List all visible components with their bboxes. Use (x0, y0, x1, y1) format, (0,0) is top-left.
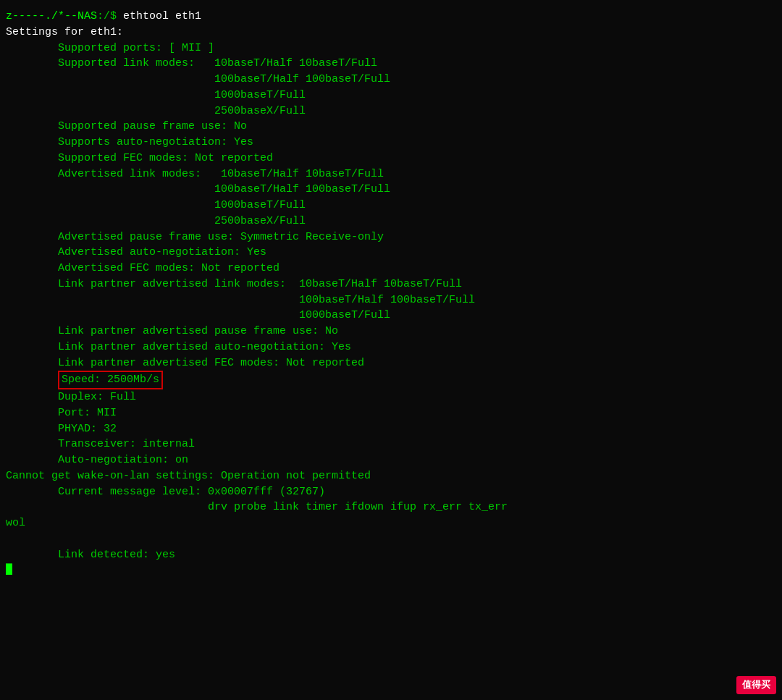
terminal-window: z-----./*--NAS:/$ ethtool eth1 Settings … (0, 6, 782, 581)
supported-ports-line: Supported ports: [ MII ] (0, 41, 782, 56)
wol-line: wol (0, 515, 782, 531)
advertised-link-modes-line2: 100baseT/Half 100baseT/Full (0, 182, 782, 198)
link-detected-line: Link detected: yes (0, 547, 782, 563)
advertised-autoneg-line: Advertised auto-negotiation: Yes (0, 245, 782, 261)
supported-link-modes-line3: 1000baseT/Full (0, 88, 782, 104)
prompt-user: z-----./*--NAS (6, 10, 97, 22)
supports-autoneg-line: Supports auto-negotiation: Yes (0, 135, 782, 151)
watermark-badge: 值得买 (736, 676, 776, 694)
lp-link-modes-line1: Link partner advertised link modes: 10ba… (0, 277, 782, 292)
cursor-line: █ (0, 562, 782, 578)
transceiver-line: Transceiver: internal (0, 437, 782, 452)
supported-link-modes-line4: 2500baseX/Full (0, 104, 782, 119)
lp-pause-line: Link partner advertised pause frame use:… (0, 324, 782, 340)
lp-link-modes-line3: 1000baseT/Full (0, 308, 782, 324)
speed-line: Speed: 2500Mb/s (0, 371, 782, 389)
msg-level-detail-line: drv probe link timer ifdown ifup rx_err … (0, 499, 782, 515)
wol-error-line: Cannot get wake-on-lan settings: Operati… (0, 468, 782, 484)
speed-box: Speed: 2500Mb/s (58, 371, 163, 389)
supported-pause-line: Supported pause frame use: No (0, 119, 782, 135)
prompt-path: :/$ (97, 10, 123, 22)
lp-autoneg-line: Link partner advertised auto-negotiation… (0, 340, 782, 355)
supported-link-modes-line1: Supported link modes: 10baseT/Half 10bas… (0, 56, 782, 72)
advertised-link-modes-line1: Advertised link modes: 10baseT/Half 10ba… (0, 166, 782, 182)
lp-fec-line: Link partner advertised FEC modes: Not r… (0, 355, 782, 371)
prompt-command: ethtool eth1 (123, 10, 201, 22)
advertised-link-modes-line4: 2500baseX/Full (0, 214, 782, 229)
prompt-line: z-----./*--NAS:/$ ethtool eth1 (0, 9, 782, 25)
duplex-line: Duplex: Full (0, 389, 782, 405)
supported-link-modes-line2: 100baseT/Half 100baseT/Full (0, 72, 782, 88)
msg-level-line: Current message level: 0x00007fff (32767… (0, 484, 782, 500)
empty-line (0, 531, 782, 547)
advertised-link-modes-line3: 1000baseT/Full (0, 198, 782, 214)
supported-fec-line: Supported FEC modes: Not reported (0, 151, 782, 166)
phyad-line: PHYAD: 32 (0, 421, 782, 437)
port-line: Port: MII (0, 405, 782, 421)
advertised-pause-line: Advertised pause frame use: Symmetric Re… (0, 229, 782, 245)
lp-link-modes-line2: 100baseT/Half 100baseT/Full (0, 292, 782, 308)
autoneg-line: Auto-negotiation: on (0, 452, 782, 468)
advertised-fec-line: Advertised FEC modes: Not reported (0, 261, 782, 277)
settings-header: Settings for eth1: (0, 25, 782, 41)
